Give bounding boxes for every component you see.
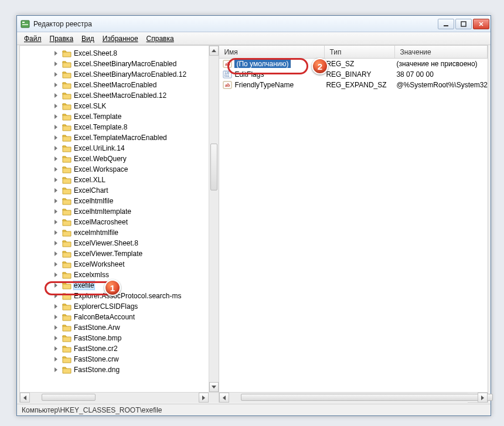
tree-item[interactable]: Excel.Workspace xyxy=(20,164,219,175)
tree-item[interactable]: Excelxmlss xyxy=(20,270,219,280)
scroll-right-button[interactable] xyxy=(478,393,488,403)
tree-item[interactable]: Excel.SLK xyxy=(20,101,219,111)
value-row[interactable]: ab(По умолчанию)REG_SZ(значение не присв… xyxy=(219,59,488,69)
registry-tree[interactable]: Excel.Sheet.8Excel.SheetBinaryMacroEnabl… xyxy=(20,46,219,375)
titlebar[interactable]: Редактор реестра xyxy=(17,16,491,32)
expand-icon[interactable] xyxy=(53,313,59,320)
tree-item[interactable]: excelmhtmlfile xyxy=(20,227,219,238)
expand-icon[interactable] xyxy=(53,71,59,77)
hscroll-thumb[interactable] xyxy=(42,394,96,401)
expand-icon[interactable] xyxy=(53,155,59,162)
value-row[interactable]: 110011EditFlagsREG_BINARY38 07 00 00 xyxy=(219,69,488,80)
menu-favorites[interactable]: Избранное xyxy=(99,33,142,44)
column-value[interactable]: Значение xyxy=(395,46,488,58)
expand-icon[interactable] xyxy=(53,166,59,172)
expand-icon[interactable] xyxy=(53,282,59,288)
expand-icon[interactable] xyxy=(53,208,59,214)
scroll-up-button[interactable] xyxy=(209,46,219,56)
tree-item[interactable]: FastStone.crw xyxy=(20,354,219,364)
scroll-thumb[interactable] xyxy=(210,144,217,190)
expand-icon[interactable] xyxy=(53,197,59,204)
expand-icon[interactable] xyxy=(53,356,59,362)
expand-icon[interactable] xyxy=(53,124,59,130)
window-title: Редактор реестра xyxy=(33,20,92,28)
tree-horizontal-scrollbar[interactable] xyxy=(20,392,219,402)
column-name[interactable]: Имя xyxy=(219,46,325,58)
expand-icon[interactable] xyxy=(53,103,59,109)
hscroll-track[interactable] xyxy=(30,393,199,403)
tree-item[interactable]: ExcelWorksheet xyxy=(20,259,219,270)
expand-icon[interactable] xyxy=(53,303,59,309)
tree-item[interactable]: exefile xyxy=(20,280,219,291)
tree-item[interactable]: FastStone.bmp xyxy=(20,333,219,343)
tree-item[interactable]: Excel.WebQuery xyxy=(20,154,219,164)
tree-item[interactable]: Excel.UriLink.14 xyxy=(20,143,219,154)
minimize-button[interactable] xyxy=(438,19,454,29)
tree-item[interactable]: FalconBetaAccount xyxy=(20,312,219,322)
expand-icon[interactable] xyxy=(53,366,59,373)
menu-edit[interactable]: Правка xyxy=(46,33,77,44)
tree-item[interactable]: Excel.Template xyxy=(20,111,219,122)
scroll-right-button[interactable] xyxy=(199,393,209,403)
tree-item[interactable]: Explorer.AssocProtocol.search-ms xyxy=(20,291,219,301)
expand-icon[interactable] xyxy=(53,81,59,88)
tree-item[interactable]: ExcelChart xyxy=(20,185,219,196)
expand-icon[interactable] xyxy=(53,176,59,183)
hscroll-track[interactable] xyxy=(229,393,468,403)
binary-value-icon: 110011 xyxy=(223,70,232,79)
scroll-left-button[interactable] xyxy=(20,393,30,403)
tree-item[interactable]: Excel.SheetMacroEnabled xyxy=(20,80,219,90)
tree-item[interactable]: Excel.Sheet.8 xyxy=(20,48,219,59)
expand-icon[interactable] xyxy=(53,187,59,193)
tree-item[interactable]: ExplorerCLSIDFlags xyxy=(20,301,219,312)
close-button[interactable] xyxy=(473,19,489,29)
maximize-button[interactable] xyxy=(455,19,472,29)
menu-help[interactable]: Справка xyxy=(143,33,178,44)
expand-icon[interactable] xyxy=(53,229,59,236)
expand-icon[interactable] xyxy=(53,292,59,299)
tree-item-label: Excelhtmltemplate xyxy=(74,207,131,216)
tree-item-label: ExcelChart xyxy=(74,186,108,195)
expand-icon[interactable] xyxy=(53,250,59,257)
expand-icon[interactable] xyxy=(53,92,59,98)
expand-icon[interactable] xyxy=(53,335,59,341)
hscroll-thumb[interactable] xyxy=(241,394,493,401)
tree-item[interactable]: Excel.SheetMacroEnabled.12 xyxy=(20,90,219,101)
tree-item[interactable]: FastStone.Arw xyxy=(20,322,219,333)
tree-item[interactable]: Excel.XLL xyxy=(20,175,219,185)
menu-view[interactable]: Вид xyxy=(78,33,98,44)
tree-item[interactable]: Excelhtmlfile xyxy=(20,196,219,206)
expand-icon[interactable] xyxy=(53,134,59,141)
folder-icon xyxy=(62,60,71,68)
values-list[interactable]: ab(По умолчанию)REG_SZ(значение не присв… xyxy=(219,59,488,402)
tree-item[interactable]: Excel.Template.8 xyxy=(20,122,219,132)
expand-icon[interactable] xyxy=(53,324,59,330)
scroll-track[interactable] xyxy=(209,56,219,382)
expand-icon[interactable] xyxy=(53,219,59,225)
tree-item[interactable]: Excel.SheetBinaryMacroEnabled xyxy=(20,59,219,69)
tree-item[interactable]: ExcelViewer.Template xyxy=(20,248,219,259)
expand-icon[interactable] xyxy=(53,240,59,246)
column-type[interactable]: Тип xyxy=(325,46,395,58)
expand-icon[interactable] xyxy=(53,113,59,120)
expand-icon[interactable] xyxy=(53,50,59,56)
scroll-left-button[interactable] xyxy=(219,393,229,403)
expand-icon[interactable] xyxy=(53,60,59,67)
menu-file[interactable]: Файл xyxy=(21,33,45,44)
tree-item-label: FastStone.bmp xyxy=(74,334,121,342)
scroll-down-button[interactable] xyxy=(209,382,219,392)
tree-vertical-scrollbar[interactable] xyxy=(209,46,219,392)
expand-icon[interactable] xyxy=(53,271,59,278)
list-horizontal-scrollbar[interactable] xyxy=(219,392,488,402)
tree-item[interactable]: ExcelMacrosheet xyxy=(20,217,219,227)
value-row[interactable]: abFriendlyTypeNameREG_EXPAND_SZ@%SystemR… xyxy=(219,80,488,90)
tree-item[interactable]: Excelhtmltemplate xyxy=(20,206,219,217)
expand-icon[interactable] xyxy=(53,261,59,267)
tree-item[interactable]: Excel.SheetBinaryMacroEnabled.12 xyxy=(20,69,219,80)
tree-item[interactable]: FastStone.cr2 xyxy=(20,343,219,354)
expand-icon[interactable] xyxy=(53,145,59,151)
tree-item[interactable]: FastStone.dng xyxy=(20,364,219,375)
tree-item[interactable]: Excel.TemplateMacroEnabled xyxy=(20,132,219,143)
expand-icon[interactable] xyxy=(53,345,59,352)
tree-item[interactable]: ExcelViewer.Sheet.8 xyxy=(20,238,219,248)
